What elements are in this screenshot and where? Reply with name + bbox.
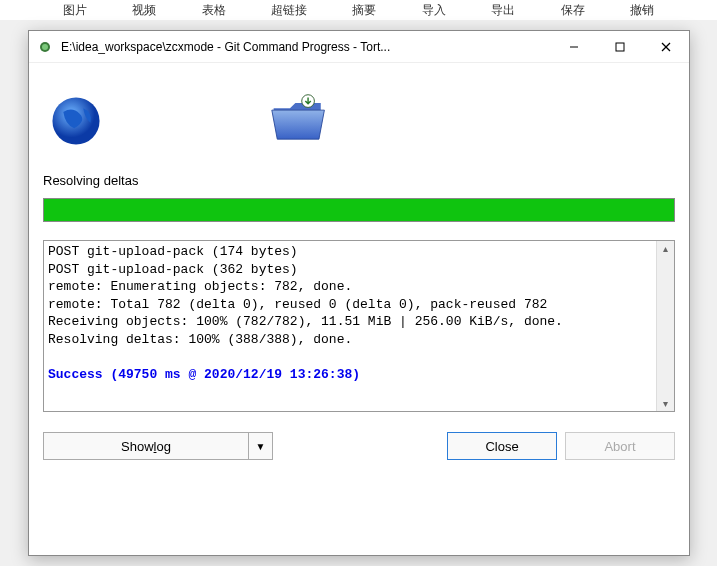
git-progress-dialog: E:\idea_workspace\zcxmode - Git Command … [28,30,690,556]
svg-rect-3 [616,43,624,51]
bg-item: 撤销 [630,0,654,20]
abort-button: Abort [565,432,675,460]
progress-bar [43,198,675,222]
close-button[interactable]: Close [447,432,557,460]
bg-item: 视频 [132,0,156,20]
bg-item: 图片 [63,0,87,20]
close-window-button[interactable] [643,32,689,62]
bg-item: 导出 [491,0,515,20]
show-log-button[interactable]: Show log [43,432,249,460]
maximize-button[interactable] [597,32,643,62]
folder-download-icon [265,92,333,153]
minimize-button[interactable] [551,32,597,62]
window-title: E:\idea_workspace\zcxmode - Git Command … [61,40,551,54]
app-icon [37,39,53,55]
globe-icon [47,92,105,153]
bg-item: 超链接 [271,0,307,20]
svg-point-1 [42,44,48,50]
scroll-down-icon[interactable]: ▾ [663,396,668,411]
bg-item: 摘要 [352,0,376,20]
scroll-up-icon[interactable]: ▴ [663,241,668,256]
scrollbar[interactable]: ▴ ▾ [656,241,674,411]
show-log-dropdown[interactable]: ▼ [249,432,273,460]
titlebar[interactable]: E:\idea_workspace\zcxmode - Git Command … [29,31,689,63]
background-toolbar: 图片 视频 表格 超链接 摘要 导入 导出 保存 撤销 [0,0,717,20]
log-output[interactable]: POST git-upload-pack (174 bytes) POST gi… [43,240,675,412]
status-label: Resolving deltas [43,173,675,188]
bg-item: 表格 [202,0,226,20]
bg-item: 导入 [422,0,446,20]
bg-item: 保存 [561,0,585,20]
log-text[interactable]: POST git-upload-pack (174 bytes) POST gi… [44,241,656,411]
